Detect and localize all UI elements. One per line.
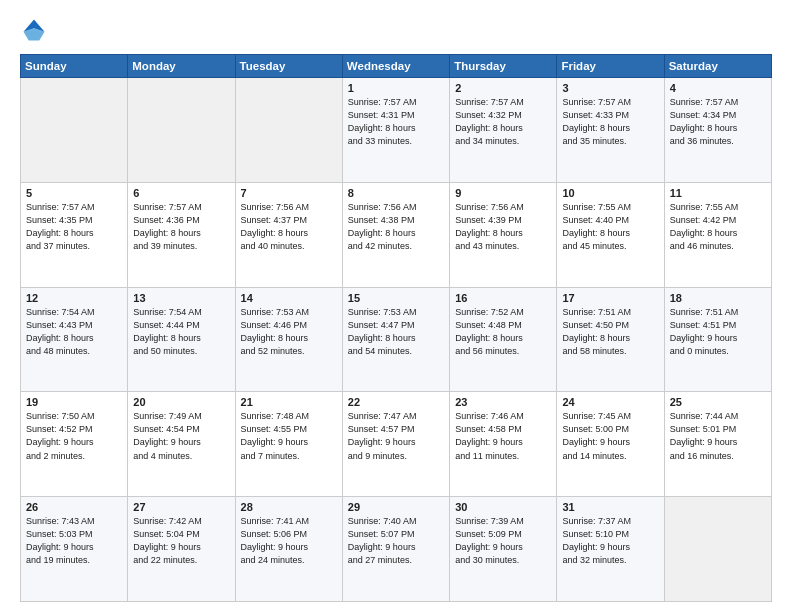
calendar-cell: 31Sunrise: 7:37 AM Sunset: 5:10 PM Dayli…	[557, 497, 664, 602]
calendar-cell: 6Sunrise: 7:57 AM Sunset: 4:36 PM Daylig…	[128, 182, 235, 287]
calendar-cell: 26Sunrise: 7:43 AM Sunset: 5:03 PM Dayli…	[21, 497, 128, 602]
calendar-cell	[664, 497, 771, 602]
day-number: 24	[562, 396, 658, 408]
calendar-cell: 17Sunrise: 7:51 AM Sunset: 4:50 PM Dayli…	[557, 287, 664, 392]
day-header-wednesday: Wednesday	[342, 55, 449, 78]
day-info: Sunrise: 7:57 AM Sunset: 4:36 PM Dayligh…	[133, 201, 229, 253]
calendar-cell: 4Sunrise: 7:57 AM Sunset: 4:34 PM Daylig…	[664, 78, 771, 183]
day-number: 23	[455, 396, 551, 408]
day-info: Sunrise: 7:57 AM Sunset: 4:35 PM Dayligh…	[26, 201, 122, 253]
logo	[20, 16, 52, 44]
calendar-cell: 30Sunrise: 7:39 AM Sunset: 5:09 PM Dayli…	[450, 497, 557, 602]
calendar-cell: 29Sunrise: 7:40 AM Sunset: 5:07 PM Dayli…	[342, 497, 449, 602]
day-number: 17	[562, 292, 658, 304]
day-header-friday: Friday	[557, 55, 664, 78]
day-number: 25	[670, 396, 766, 408]
day-number: 1	[348, 82, 444, 94]
calendar-cell: 10Sunrise: 7:55 AM Sunset: 4:40 PM Dayli…	[557, 182, 664, 287]
calendar-cell: 5Sunrise: 7:57 AM Sunset: 4:35 PM Daylig…	[21, 182, 128, 287]
day-number: 30	[455, 501, 551, 513]
day-number: 14	[241, 292, 337, 304]
day-info: Sunrise: 7:54 AM Sunset: 4:44 PM Dayligh…	[133, 306, 229, 358]
day-info: Sunrise: 7:57 AM Sunset: 4:33 PM Dayligh…	[562, 96, 658, 148]
calendar-cell: 20Sunrise: 7:49 AM Sunset: 4:54 PM Dayli…	[128, 392, 235, 497]
day-header-thursday: Thursday	[450, 55, 557, 78]
day-info: Sunrise: 7:57 AM Sunset: 4:32 PM Dayligh…	[455, 96, 551, 148]
calendar-cell: 25Sunrise: 7:44 AM Sunset: 5:01 PM Dayli…	[664, 392, 771, 497]
calendar-cell: 21Sunrise: 7:48 AM Sunset: 4:55 PM Dayli…	[235, 392, 342, 497]
calendar-body: 1Sunrise: 7:57 AM Sunset: 4:31 PM Daylig…	[21, 78, 772, 602]
day-number: 29	[348, 501, 444, 513]
day-header-sunday: Sunday	[21, 55, 128, 78]
calendar-cell: 24Sunrise: 7:45 AM Sunset: 5:00 PM Dayli…	[557, 392, 664, 497]
day-info: Sunrise: 7:55 AM Sunset: 4:40 PM Dayligh…	[562, 201, 658, 253]
day-info: Sunrise: 7:56 AM Sunset: 4:39 PM Dayligh…	[455, 201, 551, 253]
day-number: 8	[348, 187, 444, 199]
day-info: Sunrise: 7:55 AM Sunset: 4:42 PM Dayligh…	[670, 201, 766, 253]
day-number: 3	[562, 82, 658, 94]
day-number: 2	[455, 82, 551, 94]
calendar-cell: 27Sunrise: 7:42 AM Sunset: 5:04 PM Dayli…	[128, 497, 235, 602]
day-info: Sunrise: 7:54 AM Sunset: 4:43 PM Dayligh…	[26, 306, 122, 358]
calendar-cell	[235, 78, 342, 183]
day-info: Sunrise: 7:51 AM Sunset: 4:50 PM Dayligh…	[562, 306, 658, 358]
week-row-2: 12Sunrise: 7:54 AM Sunset: 4:43 PM Dayli…	[21, 287, 772, 392]
day-number: 19	[26, 396, 122, 408]
day-number: 28	[241, 501, 337, 513]
day-info: Sunrise: 7:45 AM Sunset: 5:00 PM Dayligh…	[562, 410, 658, 462]
day-info: Sunrise: 7:53 AM Sunset: 4:46 PM Dayligh…	[241, 306, 337, 358]
day-info: Sunrise: 7:56 AM Sunset: 4:38 PM Dayligh…	[348, 201, 444, 253]
week-row-0: 1Sunrise: 7:57 AM Sunset: 4:31 PM Daylig…	[21, 78, 772, 183]
calendar-cell: 11Sunrise: 7:55 AM Sunset: 4:42 PM Dayli…	[664, 182, 771, 287]
calendar-cell: 2Sunrise: 7:57 AM Sunset: 4:32 PM Daylig…	[450, 78, 557, 183]
calendar-cell: 16Sunrise: 7:52 AM Sunset: 4:48 PM Dayli…	[450, 287, 557, 392]
calendar-cell	[128, 78, 235, 183]
day-info: Sunrise: 7:37 AM Sunset: 5:10 PM Dayligh…	[562, 515, 658, 567]
day-info: Sunrise: 7:57 AM Sunset: 4:34 PM Dayligh…	[670, 96, 766, 148]
day-number: 18	[670, 292, 766, 304]
calendar-cell: 7Sunrise: 7:56 AM Sunset: 4:37 PM Daylig…	[235, 182, 342, 287]
day-info: Sunrise: 7:48 AM Sunset: 4:55 PM Dayligh…	[241, 410, 337, 462]
calendar-cell: 14Sunrise: 7:53 AM Sunset: 4:46 PM Dayli…	[235, 287, 342, 392]
day-info: Sunrise: 7:42 AM Sunset: 5:04 PM Dayligh…	[133, 515, 229, 567]
calendar-cell: 1Sunrise: 7:57 AM Sunset: 4:31 PM Daylig…	[342, 78, 449, 183]
day-number: 10	[562, 187, 658, 199]
day-header-saturday: Saturday	[664, 55, 771, 78]
calendar-table: SundayMondayTuesdayWednesdayThursdayFrid…	[20, 54, 772, 602]
day-number: 9	[455, 187, 551, 199]
day-number: 15	[348, 292, 444, 304]
day-number: 5	[26, 187, 122, 199]
day-header-tuesday: Tuesday	[235, 55, 342, 78]
calendar-header: SundayMondayTuesdayWednesdayThursdayFrid…	[21, 55, 772, 78]
calendar-cell: 22Sunrise: 7:47 AM Sunset: 4:57 PM Dayli…	[342, 392, 449, 497]
page: SundayMondayTuesdayWednesdayThursdayFrid…	[0, 0, 792, 612]
day-info: Sunrise: 7:41 AM Sunset: 5:06 PM Dayligh…	[241, 515, 337, 567]
day-number: 27	[133, 501, 229, 513]
calendar-cell: 3Sunrise: 7:57 AM Sunset: 4:33 PM Daylig…	[557, 78, 664, 183]
day-number: 6	[133, 187, 229, 199]
calendar-cell: 18Sunrise: 7:51 AM Sunset: 4:51 PM Dayli…	[664, 287, 771, 392]
day-header-monday: Monday	[128, 55, 235, 78]
day-info: Sunrise: 7:53 AM Sunset: 4:47 PM Dayligh…	[348, 306, 444, 358]
day-info: Sunrise: 7:43 AM Sunset: 5:03 PM Dayligh…	[26, 515, 122, 567]
day-number: 26	[26, 501, 122, 513]
day-info: Sunrise: 7:47 AM Sunset: 4:57 PM Dayligh…	[348, 410, 444, 462]
day-number: 20	[133, 396, 229, 408]
calendar-cell: 28Sunrise: 7:41 AM Sunset: 5:06 PM Dayli…	[235, 497, 342, 602]
day-number: 7	[241, 187, 337, 199]
calendar-cell: 13Sunrise: 7:54 AM Sunset: 4:44 PM Dayli…	[128, 287, 235, 392]
calendar-cell: 23Sunrise: 7:46 AM Sunset: 4:58 PM Dayli…	[450, 392, 557, 497]
day-info: Sunrise: 7:51 AM Sunset: 4:51 PM Dayligh…	[670, 306, 766, 358]
calendar-cell: 9Sunrise: 7:56 AM Sunset: 4:39 PM Daylig…	[450, 182, 557, 287]
week-row-3: 19Sunrise: 7:50 AM Sunset: 4:52 PM Dayli…	[21, 392, 772, 497]
day-number: 22	[348, 396, 444, 408]
day-number: 4	[670, 82, 766, 94]
days-of-week-row: SundayMondayTuesdayWednesdayThursdayFrid…	[21, 55, 772, 78]
calendar-cell: 8Sunrise: 7:56 AM Sunset: 4:38 PM Daylig…	[342, 182, 449, 287]
day-info: Sunrise: 7:40 AM Sunset: 5:07 PM Dayligh…	[348, 515, 444, 567]
week-row-4: 26Sunrise: 7:43 AM Sunset: 5:03 PM Dayli…	[21, 497, 772, 602]
day-info: Sunrise: 7:44 AM Sunset: 5:01 PM Dayligh…	[670, 410, 766, 462]
day-info: Sunrise: 7:57 AM Sunset: 4:31 PM Dayligh…	[348, 96, 444, 148]
day-number: 31	[562, 501, 658, 513]
day-number: 13	[133, 292, 229, 304]
